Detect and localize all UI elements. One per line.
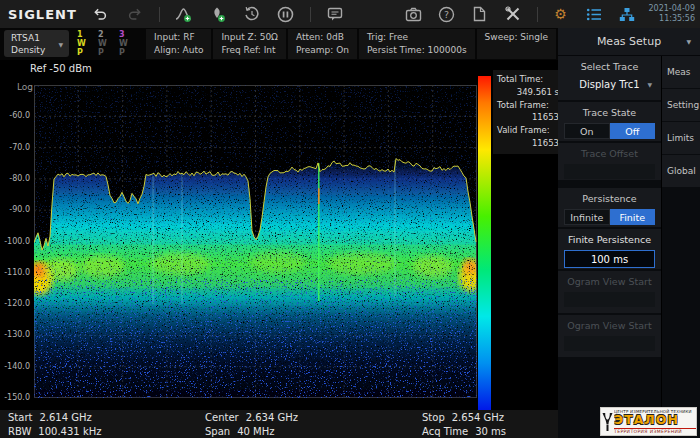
mode-name: RTSA1 [11, 32, 55, 44]
acq-time-value: 30 ms [475, 426, 506, 437]
trace-2-indicator[interactable]: 2WP [98, 30, 119, 60]
toolbar-divider [310, 7, 311, 22]
etalon-watermark-sticker: ЦЕНТР ИЗМЕРИТЕЛЬНОЙ ТЕХНИКИ ЭТАЛОН ТЕРРИ… [600, 407, 697, 436]
ogram-view-start-label-1: Ogram View Start [558, 276, 661, 287]
finite-persistence-box: Finite Persistence 100 ms [558, 229, 661, 269]
right-menu-column: Meas Setup ▼ Select Trace Display Trc1 ▼… [558, 28, 700, 438]
total-time-label: Total Time: [497, 73, 559, 86]
tab-meas[interactable]: Meas [662, 56, 700, 88]
persistence-finite-button[interactable]: Finite [610, 209, 656, 225]
tools-utilities-icon[interactable] [503, 4, 523, 24]
rtsa-application-window: SIGLENT ? [0, 0, 700, 438]
siglent-logo: SIGLENT [8, 7, 77, 22]
trace-state-toggle: On Off [564, 123, 655, 139]
watermark-bottom-text: ТЕРРИТОРИЯ ИЗМЕРЕНИЙ [614, 428, 696, 434]
stop-acqtime-readout: Stop2.654 GHz Acq Time30 ms [422, 411, 506, 438]
datetime-display: 2021-04-09 11:35:56 [649, 4, 696, 24]
impedance-settings-group[interactable]: Input Z: 50Ω Freq Ref: Int [213, 29, 286, 59]
acquisition-info-panel: Total Time: 349.561 s Total Frame: 11653… [493, 70, 563, 154]
tab-setting[interactable]: Setting [662, 89, 700, 121]
history-restore-icon[interactable] [242, 4, 262, 24]
tab-limits[interactable]: Limits [662, 122, 700, 154]
select-trace-label: Select Trace [558, 61, 661, 72]
time-text: 11:35:56 [649, 14, 696, 24]
y-axis-tick: -140.0 [0, 362, 30, 371]
density-spectrum-plot [34, 85, 477, 398]
y-axis-tick: -130.0 [0, 330, 30, 339]
trigger-persist-group[interactable]: Trig: Free Persist Time: 100000s [359, 29, 475, 59]
trace-state-box: Trace State On Off [558, 102, 661, 141]
trace-offset-box: Trace Offset [558, 143, 661, 180]
toolbar-right-group: ? ⚙ 2021-04-09 11:35:56 [391, 4, 700, 24]
rbw-value: 100.431 kHz [38, 426, 101, 437]
y-axis-tick: -60.0 [0, 111, 30, 120]
y-axis-tick: -80.0 [0, 174, 30, 183]
persistence-label: Persistence [558, 193, 661, 204]
trace-state-on-button[interactable]: On [564, 123, 610, 139]
chevron-down-icon: ▼ [58, 41, 63, 49]
redo-icon [125, 4, 145, 24]
menu-body: Select Trace Display Trc1 ▼ Trace State … [558, 56, 700, 438]
select-trace-box: Select Trace Display Trc1 ▼ [558, 56, 661, 100]
valid-frame-label: Valid Frame: [497, 124, 559, 137]
y-axis-tick: -70.0 [0, 143, 30, 152]
log-scale-label: Log [17, 82, 33, 92]
y-axis-tick: -120.0 [0, 299, 30, 308]
message-annotation-icon[interactable] [325, 4, 345, 24]
ogram-view-start-input-1 [564, 292, 655, 307]
atten-preamp-group[interactable]: Atten: 0dB Preamp: On [288, 29, 357, 59]
persistence-infinite-button[interactable]: Infinite [564, 209, 610, 225]
persistence-toggle: Infinite Finite [564, 209, 655, 225]
total-time-value: 349.561 s [497, 86, 559, 99]
etalon-logo-icon [601, 408, 614, 435]
menu-tab-strip: Meas Setting Limits Global [662, 56, 700, 438]
total-frame-value: 11653 [497, 111, 559, 124]
file-document-icon[interactable] [470, 4, 490, 24]
toolbar-divider [537, 7, 538, 22]
y-axis-tick: -150.0 [0, 393, 30, 402]
watermark-main-text: ЭТАЛОН [614, 414, 696, 427]
toolbar-divider [159, 7, 160, 22]
pause-acquisition-icon[interactable] [276, 4, 296, 24]
ogram-view-start-box-1: Ogram View Start [558, 271, 661, 313]
trace-indicator-table[interactable]: 1WP 2WP 3WP [77, 30, 140, 60]
frequency-readout-bar: Start2.614 GHz RBW100.431 kHz Center2.63… [0, 410, 558, 438]
chevron-down-icon: ▼ [647, 81, 652, 88]
status-settings-bar: RTSA1 Density ▼ 1WP 2WP 3WP Input: RF Al… [0, 28, 558, 60]
trace-offset-label: Trace Offset [558, 148, 661, 159]
trace-1-indicator[interactable]: 1WP [77, 30, 98, 60]
ogram-view-start-box-2: Ogram View Start [558, 315, 661, 357]
start-rbw-readout: Start2.614 GHz RBW100.431 kHz [8, 411, 101, 438]
span-value: 40 MHz [237, 426, 274, 437]
pin-marker-add-icon[interactable] [208, 4, 228, 24]
input-settings-group[interactable]: Input: RF Align: Auto [146, 29, 211, 59]
mode-select-dropdown[interactable]: RTSA1 Density ▼ [4, 30, 69, 57]
total-frame-label: Total Frame: [497, 99, 559, 112]
svg-text:?: ? [444, 9, 449, 20]
trace-select-dropdown[interactable]: Display Trc1 ▼ [562, 75, 657, 93]
network-lan-icon[interactable] [617, 4, 637, 24]
mode-view: Density [11, 44, 55, 56]
valid-frame-value: 11653 [497, 137, 559, 150]
settings-gear-icon[interactable]: ⚙ [551, 4, 571, 24]
undo-icon[interactable] [91, 4, 111, 24]
screenshot-camera-icon[interactable] [404, 4, 424, 24]
meas-setup-menu-header[interactable]: Meas Setup ▼ [558, 28, 700, 56]
marker-peak-add-icon[interactable] [174, 4, 194, 24]
sweep-group[interactable]: Sweep: Single [477, 29, 556, 59]
tab-global[interactable]: Global [662, 155, 700, 187]
spectrum-display-area: Ref -50 dBm Log -60.0-70.0-80.0-90.0-100… [0, 60, 558, 410]
y-axis-tick: -110.0 [0, 268, 30, 277]
trace-state-off-button[interactable]: Off [610, 123, 656, 139]
y-axis-tick: -90.0 [0, 205, 30, 214]
trace-state-label: Trace State [558, 107, 661, 118]
start-freq-value: 2.614 GHz [39, 412, 91, 423]
trace-3-indicator[interactable]: 3WP [119, 30, 140, 60]
y-axis-tick: -100.0 [0, 237, 30, 246]
finite-persistence-label: Finite Persistence [558, 234, 661, 245]
stop-freq-value: 2.654 GHz [452, 412, 504, 423]
list-menu-icon[interactable] [584, 4, 604, 24]
finite-persistence-input[interactable]: 100 ms [564, 250, 655, 268]
trace-offset-input [564, 164, 655, 179]
help-icon[interactable]: ? [437, 4, 457, 24]
